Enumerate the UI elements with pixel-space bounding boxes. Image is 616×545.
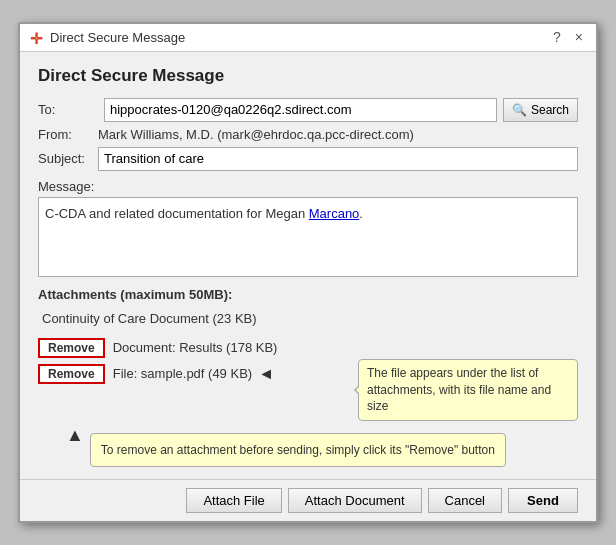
remove-button-1[interactable]: Remove — [38, 338, 105, 358]
search-button[interactable]: 🔍 Search — [503, 98, 578, 122]
message-area: C-CDA and related documentation for Mega… — [38, 197, 578, 277]
title-bar: ✛ Direct Secure Message ? × — [20, 24, 596, 52]
title-bar-left: ✛ Direct Secure Message — [30, 30, 185, 45]
dialog-body: Direct Secure Message To: 🔍 Search From:… — [20, 52, 596, 479]
from-value: Mark Williams, M.D. (mark@ehrdoc.qa.pcc-… — [98, 127, 578, 142]
tooltip-right: The file appears under the list of attac… — [358, 359, 578, 421]
dialog-window: ✛ Direct Secure Message ? × Direct Secur… — [18, 22, 598, 523]
callout-row: Remove File: sample.pdf (49 KB) ◄ — [38, 364, 348, 384]
close-button[interactable]: × — [572, 30, 586, 44]
up-arrow-icon: ▲ — [66, 425, 84, 446]
marcano-link[interactable]: Marcano — [309, 206, 360, 221]
search-icon: 🔍 — [512, 103, 527, 117]
up-arrow-col: ▲ — [66, 425, 84, 446]
subject-row: Subject: — [38, 147, 578, 171]
subject-input[interactable] — [98, 147, 578, 171]
footer: Attach File Attach Document Cancel Send — [20, 479, 596, 521]
to-input[interactable] — [104, 98, 497, 122]
title-bar-title: Direct Secure Message — [50, 30, 185, 45]
help-button[interactable]: ? — [550, 30, 564, 44]
to-label: To: — [38, 102, 98, 117]
from-label: From: — [38, 127, 98, 142]
search-button-label: Search — [531, 103, 569, 117]
attachment-name-2: Document: Results (178 KB) — [113, 340, 278, 355]
message-label: Message: — [38, 179, 578, 194]
attach-file-button[interactable]: Attach File — [186, 488, 281, 513]
bottom-tooltip: To remove an attachment before sending, … — [90, 433, 506, 467]
attachment-item-2: Remove Document: Results (178 KB) — [38, 335, 348, 361]
send-button[interactable]: Send — [508, 488, 578, 513]
arrow-icon: ◄ — [258, 365, 274, 383]
attachments-section: Attachments (maximum 50MB): Continuity o… — [38, 287, 578, 467]
attach-document-button[interactable]: Attach Document — [288, 488, 422, 513]
remove-button-2[interactable]: Remove — [38, 364, 105, 384]
attachment-items-col: Remove Document: Results (178 KB) Remove… — [38, 335, 348, 387]
attachments-label: Attachments (maximum 50MB): — [38, 287, 578, 302]
dialog-heading: Direct Secure Message — [38, 66, 578, 86]
to-row: To: 🔍 Search — [38, 98, 578, 122]
title-bar-right: ? × — [550, 30, 586, 44]
subject-label: Subject: — [38, 151, 98, 166]
bottom-tooltip-row: ▲ To remove an attachment before sending… — [38, 425, 578, 467]
app-icon: ✛ — [30, 30, 44, 44]
attachment-tooltip-row: Remove Document: Results (178 KB) Remove… — [38, 335, 578, 421]
attachment-item-1: Continuity of Care Document (23 KB) — [38, 306, 578, 332]
attachment-name-3: File: sample.pdf (49 KB) — [113, 366, 252, 381]
from-row: From: Mark Williams, M.D. (mark@ehrdoc.q… — [38, 127, 578, 142]
attachment-name-1: Continuity of Care Document (23 KB) — [38, 311, 257, 326]
cancel-button[interactable]: Cancel — [428, 488, 502, 513]
